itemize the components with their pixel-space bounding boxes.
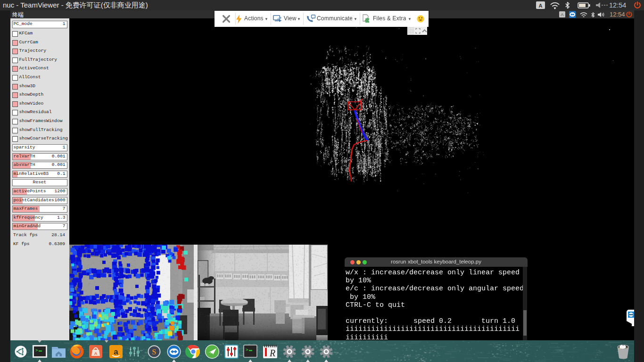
svg-text:A: A bbox=[561, 12, 563, 17]
svg-text:S: S bbox=[152, 348, 157, 356]
svg-text:R: R bbox=[269, 348, 275, 358]
svg-text:>: > bbox=[35, 348, 38, 353]
svg-text:a: a bbox=[114, 347, 118, 356]
svg-text:>: > bbox=[246, 348, 248, 353]
svg-text:A: A bbox=[94, 351, 98, 356]
svg-text:A: A bbox=[539, 3, 543, 8]
